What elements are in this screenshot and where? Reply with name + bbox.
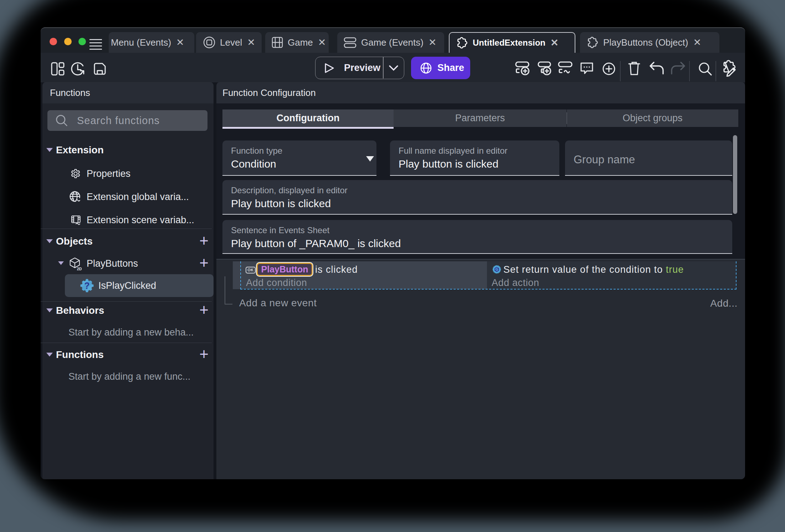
- svg-text:G: G: [496, 267, 498, 271]
- svg-text:?: ?: [84, 281, 89, 291]
- svg-text:2D: 2D: [77, 267, 82, 271]
